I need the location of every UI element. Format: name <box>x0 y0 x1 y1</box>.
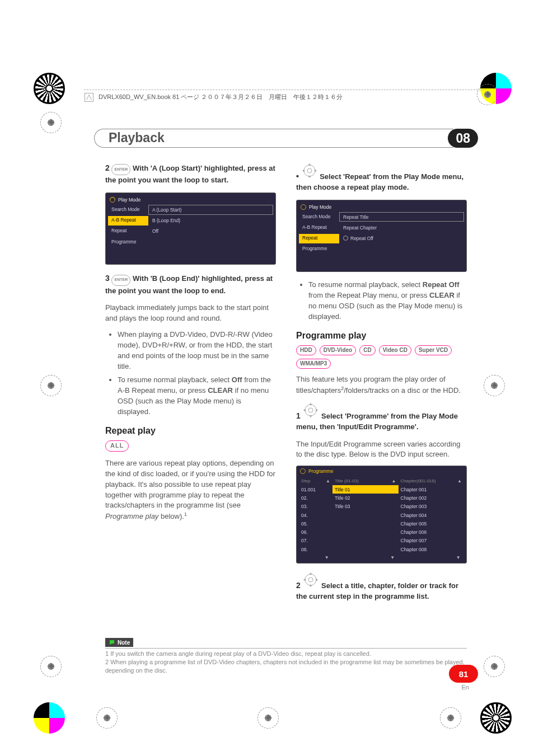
print-corner-bw-tl <box>34 73 65 104</box>
crop-mark: ✦ <box>257 707 279 729</box>
framemaker-icon <box>84 92 94 102</box>
repeat-play-body: There are various repeat play options, d… <box>105 458 276 522</box>
section-header: Playback 08 <box>94 129 478 148</box>
note-label: Note <box>105 638 133 647</box>
list-item: When playing a DVD-Video, DVD-R/-RW (Vid… <box>118 330 276 372</box>
format-pill: HDD <box>296 345 316 355</box>
list-item: To resume normal playback, select Off fr… <box>118 375 276 417</box>
play-mode-menu-ab: Play Mode Search ModeA (Loop Start) A-B … <box>105 192 276 265</box>
play-mode-icon <box>109 196 116 203</box>
footnote-2: 2 When playing a programme list of DVD-V… <box>105 658 467 675</box>
enter-button-icon: ENTER <box>111 275 130 286</box>
right-column: • Select 'Repeat' from the Play Mode men… <box>296 162 467 609</box>
svg-point-8 <box>305 574 316 585</box>
book-meta-bar: DVRLX60D_WV_EN.book 81 ページ ２００７年３月２６日 月曜… <box>84 90 486 103</box>
section-title: Playback <box>109 129 287 148</box>
repeat-resume-bullet: To resume normal playback, select Repeat… <box>296 280 467 322</box>
crop-mark: ✦ <box>40 375 62 396</box>
crop-mark: ✦ <box>96 707 118 729</box>
crop-mark: ✦ <box>484 375 505 396</box>
play-mode-icon <box>300 204 307 210</box>
repeat-play-heading: Repeat play <box>105 424 276 437</box>
crop-mark: ✦ <box>440 707 461 729</box>
step-3-instruction: 3 ENTER With 'B (Loop End)' highlighted,… <box>105 273 276 296</box>
footnote-1: 1 If you switch the camera angle during … <box>105 650 467 658</box>
select-repeat-instruction: • Select 'Repeat' from the Play Mode men… <box>296 162 467 193</box>
svg-point-7 <box>301 469 306 474</box>
left-column: 2 ENTER With 'A (Loop Start)' highlighte… <box>105 162 276 609</box>
page-number-badge: 81 <box>449 665 478 683</box>
programme-table: Programme Step▲ Title (01-03)▲ Chapter(0… <box>296 466 467 564</box>
step-3-body: Playback immediately jumps back to the s… <box>105 303 276 324</box>
svg-point-9 <box>308 577 313 582</box>
programme-step2-instruction: 2 Select a title, chapter, folder or tra… <box>296 571 467 602</box>
programme-step1-instruction: 1 Select 'Programme' from the Play Mode … <box>296 402 467 433</box>
programme-icon <box>299 468 306 475</box>
format-pill: Video CD <box>379 345 411 355</box>
crop-mark: ✦ <box>40 112 62 133</box>
play-mode-menu-repeat: Play Mode Search ModeRepeat Title A-B Re… <box>296 200 467 273</box>
svg-point-4 <box>301 204 306 209</box>
svg-point-2 <box>304 165 315 176</box>
format-pill: WMA/MP3 <box>296 359 331 369</box>
note-icon <box>109 639 115 646</box>
programme-intro: This feature lets you program the play o… <box>296 374 467 396</box>
format-pills: HDD DVD-Video CD Video CD Super VCD WMA/… <box>296 345 467 369</box>
list-item: To resume normal playback, select Repeat… <box>308 280 467 322</box>
book-meta-text: DVRLX60D_WV_EN.book 81 ページ ２００７年３月２６日 月曜… <box>99 93 343 101</box>
section-number-badge: 08 <box>448 129 478 148</box>
print-corner-cmyk-bl <box>34 702 65 734</box>
svg-point-5 <box>305 405 316 416</box>
programme-play-heading: Programme play <box>296 329 467 342</box>
step-2-instruction: 2 ENTER With 'A (Loop Start)' highlighte… <box>105 162 276 186</box>
nav-pad-icon <box>301 162 318 179</box>
svg-point-6 <box>308 408 313 412</box>
crop-mark: ✦ <box>484 656 505 677</box>
nav-pad-icon <box>302 571 319 588</box>
page-language: En <box>462 684 469 691</box>
format-pill: DVD-Video <box>320 345 357 355</box>
print-corner-bw-br <box>480 702 512 734</box>
format-all-pill: ALL <box>105 440 129 452</box>
enter-button-icon: ENTER <box>111 164 130 175</box>
format-pill: CD <box>359 345 375 355</box>
format-pill: Super VCD <box>415 345 452 355</box>
svg-point-3 <box>307 168 312 173</box>
page-content: 2 ENTER With 'A (Loop Start)' highlighte… <box>105 162 467 609</box>
programme-step1-body: The Input/Edit Programme screen varies a… <box>296 439 467 461</box>
crop-mark: ✦ <box>40 656 62 677</box>
step-3-bullets: When playing a DVD-Video, DVD-R/-RW (Vid… <box>105 330 276 417</box>
footnotes: Note 1 If you switch the camera angle du… <box>105 638 467 675</box>
nav-pad-icon <box>302 402 319 419</box>
